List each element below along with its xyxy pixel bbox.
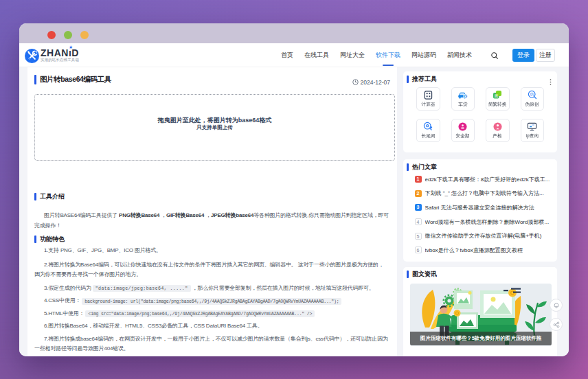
svg-text:简: 简 — [494, 94, 498, 98]
svg-text:伪: 伪 — [530, 92, 534, 97]
